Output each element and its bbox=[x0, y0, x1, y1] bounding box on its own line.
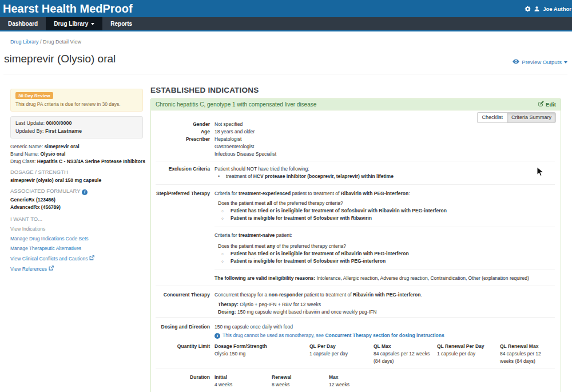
main-nav: Dashboard Drug Library Reports bbox=[0, 17, 572, 31]
step-criterion: ○Patient is ineligible for treatment of … bbox=[221, 215, 555, 222]
exclusion-intro: Patient should NOT have tried the follow… bbox=[214, 165, 555, 173]
concurrent-dosing-line: Dosing: 150 mg capsule weight based riba… bbox=[218, 308, 555, 316]
monotherapy-note: i This drug cannot be used as monotherap… bbox=[214, 332, 555, 339]
external-link-icon bbox=[89, 255, 94, 262]
dosing-row: Dosing and Direction 150 mg capsule once… bbox=[156, 317, 555, 369]
circle-bullet-icon: ○ bbox=[221, 250, 227, 258]
main-content: ESTABLISHED INDICATIONS Chronic hepatiti… bbox=[150, 82, 561, 392]
divider bbox=[214, 270, 555, 270]
age-label: Age bbox=[156, 128, 210, 136]
bullet-icon: • bbox=[218, 173, 224, 180]
ql-column: QL Per Day1 capsule per day bbox=[309, 343, 374, 365]
nav-drug-library[interactable]: Drug Library bbox=[46, 17, 102, 30]
drug-info: Generic Name: simeprevir oral Brand Name… bbox=[10, 143, 143, 165]
circle-bullet-icon: ○ bbox=[221, 207, 227, 215]
concurrent-intro: Concurrent therapy for a non-responder p… bbox=[214, 291, 555, 299]
step-therapy-label: Step/Preferred Therapy bbox=[156, 190, 210, 282]
review-alert: 30 Day Review This drug PA criteria is d… bbox=[10, 89, 143, 112]
drug-sidebar: 30 Day Review This drug PA criteria is d… bbox=[10, 85, 143, 272]
page-title: simeprevir (Olysio) oral bbox=[4, 53, 116, 65]
app-header: Hearst Health MedProof Joe Author bbox=[0, 0, 572, 17]
formulary-item: GenericRx (123456) bbox=[10, 196, 143, 204]
checklist-button[interactable]: Checklist bbox=[477, 112, 507, 123]
quantity-limit-label: Quantity Limit bbox=[156, 343, 210, 365]
step-block-intro: Criteria for treatment-naive patient: bbox=[214, 232, 555, 239]
duration-table: Initial4 weeks Renewal8 weeks Max12 week… bbox=[214, 374, 555, 389]
dosage-strength-heading: DOSAGE / STRENGTH bbox=[10, 169, 143, 176]
sidebar-item-manage-code-sets[interactable]: Manage Drug Indications Code Sets bbox=[10, 236, 143, 242]
ql-column: QL Renewal Max84 capsules per 12 weeks (… bbox=[500, 343, 558, 365]
breadcrumb: Drug Library / Drug Detail View bbox=[10, 39, 81, 45]
indication-header: Chronic hepatitis C, genotype 1 with com… bbox=[151, 99, 561, 110]
edit-button[interactable]: Edit bbox=[538, 101, 556, 108]
i-want-to-menu: View Indications Manage Drug Indications… bbox=[10, 226, 143, 272]
mouse-cursor bbox=[537, 167, 543, 179]
brand-name: Brand Name: Olysio oral bbox=[10, 151, 143, 158]
exclusion-criteria-row: Exclusion Criteria Patient should NOT ha… bbox=[156, 161, 555, 184]
sidebar-item-view-references[interactable]: View References bbox=[10, 266, 143, 272]
user-name[interactable]: Joe Author bbox=[543, 6, 571, 12]
nav-dashboard[interactable]: Dashboard bbox=[0, 17, 46, 30]
user-icon[interactable] bbox=[534, 6, 540, 12]
dosing-direction-text: 150 mg capsule once daily with food bbox=[214, 323, 555, 331]
ql-column: QL Renewal Per Day1 capsule per day bbox=[437, 343, 500, 365]
dosage-strength-value: simeprevir (olysio) oral 150 mg capsule bbox=[10, 177, 143, 184]
edit-icon bbox=[538, 101, 544, 108]
sidebar-item-manage-alternatives[interactable]: Manage Therapeutic Alternatives bbox=[10, 246, 143, 252]
duration-column: Max12 weeks bbox=[329, 374, 386, 389]
exclusion-label: Exclusion Criteria bbox=[156, 165, 210, 180]
concurrent-label: Concurrent Therapy bbox=[156, 291, 210, 316]
sidebar-item-clinical-conflicts[interactable]: View Clinical Conflicts and Cautions bbox=[10, 255, 143, 262]
nav-reports[interactable]: Reports bbox=[102, 17, 140, 30]
associated-formulary-heading: ASSOCIATED FORMULARY i bbox=[10, 188, 143, 195]
external-link-icon bbox=[49, 266, 54, 272]
status-badge: 30 Day Review bbox=[15, 92, 53, 99]
drug-class: Drug Class: Hepatitis C - NS3/4A Serine … bbox=[10, 158, 143, 165]
step-therapy-row: Step/Preferred Therapy Criteria for trea… bbox=[156, 184, 555, 286]
last-update-value: 00/00/0000 bbox=[46, 120, 72, 126]
circle-bullet-icon: ○ bbox=[221, 215, 227, 222]
indication-panel: Chronic hepatitis C, genotype 1 with com… bbox=[150, 98, 561, 392]
update-info-box: Last Update: 00/00/0000 Updated By: Firs… bbox=[10, 116, 143, 138]
circle-bullet-icon: ○ bbox=[221, 258, 227, 265]
sidebar-item-view-indications[interactable]: View Indications bbox=[10, 226, 143, 232]
section-title: ESTABLISHED INDICATIONS bbox=[150, 86, 561, 94]
generic-name: Generic Name: simeprevir oral bbox=[10, 143, 143, 151]
gender-label: Gender bbox=[156, 121, 210, 128]
dosing-direction-label: Dosing and Direction bbox=[156, 323, 210, 339]
step-block-intro: Criteria for treatment-experienced patie… bbox=[214, 190, 555, 197]
eye-icon bbox=[513, 59, 519, 65]
breadcrumb-separator: / bbox=[40, 39, 42, 45]
criteria-summary-button[interactable]: Criteria Summary bbox=[507, 112, 556, 123]
app-title: Hearst Health MedProof bbox=[3, 1, 133, 17]
concurrent-therapy-row: Concurrent Therapy Concurrent therapy fo… bbox=[156, 286, 555, 317]
divider bbox=[214, 227, 555, 227]
ql-column: QL Max84 capsules per 12 weeks (84 days) bbox=[374, 343, 437, 365]
concurrent-therapy-link[interactable]: This drug cannot be used as monotherapy,… bbox=[223, 332, 444, 339]
age-value: 18 years and older bbox=[210, 128, 555, 136]
step-block-question: Does the patient meet all of the preferr… bbox=[218, 200, 555, 207]
step-criterion: ○Patient is ineligible for treatment of … bbox=[221, 258, 555, 265]
breadcrumb-current: Drug Detail View bbox=[43, 39, 81, 45]
breadcrumb-drug-library[interactable]: Drug Library bbox=[10, 39, 39, 45]
ql-column: Dosage Form/StrengthOlysio 150 mg bbox=[214, 343, 309, 365]
concurrent-therapy-line: Therapy: Olysio + peg-IFN + RBV for 12 w… bbox=[218, 301, 555, 308]
updated-by-value: First Lastname bbox=[45, 128, 82, 134]
gear-icon[interactable] bbox=[525, 6, 531, 12]
ineligibility-reasons: The following are valid ineligibility re… bbox=[214, 275, 555, 282]
formulary-item: AdvancedRx (456789) bbox=[10, 204, 143, 211]
chevron-down-icon bbox=[564, 61, 567, 64]
duration-column: Initial4 weeks bbox=[214, 374, 272, 389]
chevron-down-icon bbox=[91, 23, 94, 25]
indication-title: Chronic hepatitis C, genotype 1 with com… bbox=[156, 101, 316, 108]
prescriber-values: Hepatologist Gastroenterologist Infectio… bbox=[210, 136, 555, 158]
review-alert-text: This drug PA criteria is due for review … bbox=[15, 101, 138, 108]
view-toggle: Checklist Criteria Summary bbox=[477, 112, 556, 123]
step-block-question: Does the patient meet any of the preferr… bbox=[218, 243, 555, 250]
duration-label: Duration bbox=[156, 374, 210, 389]
info-icon: i bbox=[214, 333, 220, 339]
duration-row: Duration Initial4 weeks Renewal8 weeks M… bbox=[156, 369, 555, 389]
preview-outputs-button[interactable]: Preview Outputs bbox=[513, 59, 567, 65]
step-criterion: ○Patient has tried or is ineligible for … bbox=[221, 207, 555, 215]
info-icon[interactable]: i bbox=[82, 189, 88, 195]
